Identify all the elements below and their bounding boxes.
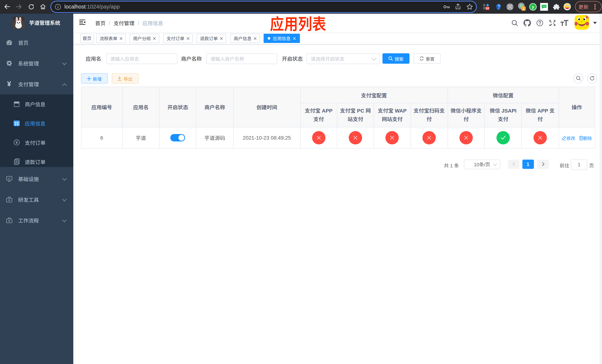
svg-text:1: 1 xyxy=(523,7,525,11)
svg-text:10: 10 xyxy=(486,7,489,10)
svg-text:y: y xyxy=(532,5,534,9)
